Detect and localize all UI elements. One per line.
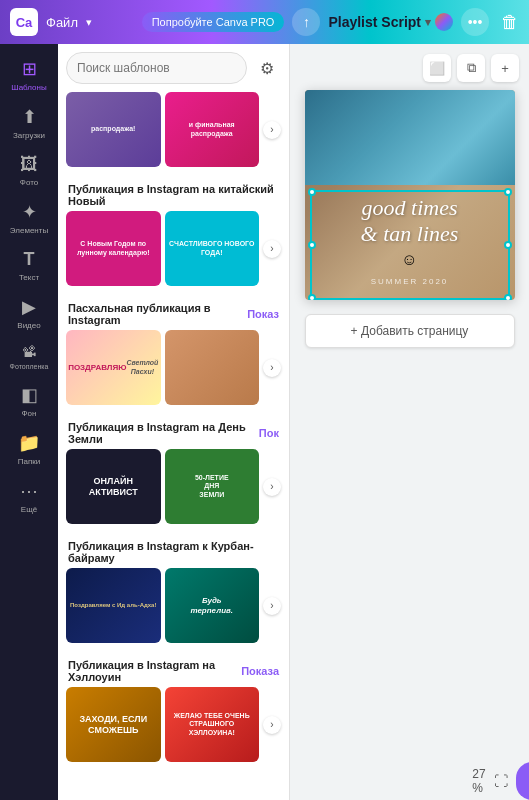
easter-show-link[interactable]: Показ (247, 308, 279, 320)
template-row-cny: С Новым Годом по лунному календарю! СЧАС… (58, 211, 289, 294)
canvas-text-overlay: good times& tan lines ☺ SUMMER 2020 (305, 185, 515, 297)
folders-icon: 📁 (18, 432, 40, 454)
sidebar-item-uploads[interactable]: ⬆ Загрузки (3, 100, 55, 146)
template-card[interactable]: и финальная распродажа (165, 92, 260, 167)
pro-upgrade-button[interactable]: Попробуйте Canva PRO (142, 12, 285, 32)
sidebar-item-photofilm[interactable]: 📽 Фотопленка (3, 338, 55, 376)
category-header-chinese-new-year: Публикация в Instagram на китайский Новы… (58, 175, 289, 211)
sidebar-item-video[interactable]: ▶ Видео (3, 290, 55, 336)
template-card[interactable]: распродажа! (66, 92, 161, 167)
background-icon: ◧ (21, 384, 38, 406)
row-next-arrow[interactable]: › (263, 359, 281, 377)
sidebar-item-photos[interactable]: 🖼 Фото (3, 148, 55, 193)
templates-panel: ⚙ распродажа! и финальная распродажа › П… (58, 44, 290, 800)
halloween-show-link[interactable]: Показа (241, 665, 279, 677)
photofilm-icon: 📽 (22, 344, 36, 360)
row-next-arrow[interactable]: › (263, 597, 281, 615)
template-row-easter: ПОЗДРАВЛЯЮСветлой Пасхи! › (58, 330, 289, 413)
canvas-main-text[interactable]: good times& tan lines (361, 195, 459, 248)
category-header-halloween: Публикация в Instagram на Хэллоуин Показ… (58, 651, 289, 687)
document-title: Playlist Script ▾ (328, 13, 453, 31)
templates-icon: ⊞ (22, 58, 37, 80)
row-next-arrow[interactable]: › (263, 240, 281, 258)
canvas-image: good times& tan lines ☺ SUMMER 2020 (305, 90, 515, 300)
title-dropdown-arrow[interactable]: ▾ (425, 16, 431, 29)
elements-icon: ✦ (22, 201, 37, 223)
row-next-arrow[interactable]: › (263, 478, 281, 496)
category-header-kurban: Публикация в Instagram к Курбан-байраму (58, 532, 289, 568)
canvas-emoji: ☺ (401, 251, 417, 269)
help-button[interactable]: Помощь ? (516, 762, 529, 800)
template-card-kurban1[interactable]: Поздравляем с Ид аль-Адха! (66, 568, 161, 643)
uploads-icon: ⬆ (22, 106, 37, 128)
expand-button[interactable]: ⛶ (494, 769, 508, 793)
sidebar: ⊞ Шаблоны ⬆ Загрузки 🖼 Фото ✦ Элементы T… (0, 44, 58, 800)
sidebar-item-templates[interactable]: ⊞ Шаблоны (3, 52, 55, 98)
ocean-image (305, 90, 515, 185)
canvas-area: ⬜ ⧉ + good times& tan lines ☺ SUMMER 202… (290, 44, 529, 800)
share-icon-button[interactable]: ↑ (292, 8, 320, 36)
template-row-earth: ОНЛАЙНАКТИВИСТ 50-ЛЕТИЕДНЯЗЕМЛИ › (58, 449, 289, 532)
search-bar: ⚙ (66, 52, 281, 84)
file-menu[interactable]: Файл (46, 15, 78, 30)
template-card-hw1[interactable]: ЗАХОДИ, ЕСЛИСМОЖЕШЬ (66, 687, 161, 762)
sidebar-item-background[interactable]: ◧ Фон (3, 378, 55, 424)
template-card-easter2[interactable] (165, 330, 260, 405)
template-card-cny1[interactable]: С Новым Годом по лунному календарю! (66, 211, 161, 286)
zoom-level: 27 % (472, 767, 485, 795)
sidebar-item-more[interactable]: ⋯ Ещё (3, 474, 55, 520)
top-bar: Ca Файл ▾ Попробуйте Canva PRO ↑ Playlis… (0, 0, 529, 44)
duplicate-tool-button[interactable]: ⧉ (457, 54, 485, 82)
more-icon: ⋯ (20, 480, 38, 502)
canvas-frame[interactable]: good times& tan lines ☺ SUMMER 2020 ↻ (305, 90, 515, 300)
add-tool-button[interactable]: + (491, 54, 519, 82)
template-card-easter1[interactable]: ПОЗДРАВЛЯЮСветлой Пасхи! (66, 330, 161, 405)
frame-tool-button[interactable]: ⬜ (423, 54, 451, 82)
filter-button[interactable]: ⚙ (253, 54, 281, 82)
row-next-arrow[interactable]: › (263, 121, 281, 139)
row-next-arrow[interactable]: › (263, 716, 281, 734)
template-row-top-partial: распродажа! и финальная распродажа › (58, 92, 289, 175)
text-icon: T (24, 249, 35, 270)
file-menu-arrow: ▾ (86, 16, 92, 29)
main-area: ⊞ Шаблоны ⬆ Загрузки 🖼 Фото ✦ Элементы T… (0, 44, 529, 800)
more-options-button[interactable]: ••• (461, 8, 489, 36)
add-page-button[interactable]: + Добавить страницу (305, 314, 515, 348)
delete-button[interactable]: 🗑 (501, 12, 519, 33)
video-icon: ▶ (22, 296, 36, 318)
sidebar-item-text[interactable]: T Текст (3, 243, 55, 288)
canvas-sub-text: SUMMER 2020 (371, 277, 449, 286)
search-input[interactable] (66, 52, 247, 84)
canvas-wrapper: good times& tan lines ☺ SUMMER 2020 ↻ (305, 90, 515, 300)
category-header-easter: Пасхальная публикация в Instagram Показ (58, 294, 289, 330)
sidebar-item-folders[interactable]: 📁 Папки (3, 426, 55, 472)
template-card-hw2[interactable]: ЖЕЛАЮ ТЕБЕ ОЧЕНЬ СТРАШНОГО ХЭЛЛОУИНА! (165, 687, 260, 762)
photos-icon: 🖼 (20, 154, 38, 175)
canva-logo[interactable]: Ca (10, 8, 38, 36)
template-card-earth1[interactable]: ОНЛАЙНАКТИВИСТ (66, 449, 161, 524)
template-row-kurban: Поздравляем с Ид аль-Адха! Будьтерпелив.… (58, 568, 289, 651)
earth-show-link[interactable]: Пок (259, 427, 279, 439)
category-header-earth-day: Публикация в Instagram на День Земли Пок (58, 413, 289, 449)
template-row-halloween: ЗАХОДИ, ЕСЛИСМОЖЕШЬ ЖЕЛАЮ ТЕБЕ ОЧЕНЬ СТР… (58, 687, 289, 770)
template-card-kurban2[interactable]: Будьтерпелив. (165, 568, 260, 643)
template-card-earth2[interactable]: 50-ЛЕТИЕДНЯЗЕМЛИ (165, 449, 260, 524)
color-palette-icon[interactable] (435, 13, 453, 31)
canvas-toolbar: ⬜ ⧉ + (423, 54, 519, 82)
panel-scroll: распродажа! и финальная распродажа › Пуб… (58, 92, 289, 800)
template-card-cny2[interactable]: СЧАСТЛИВОГО НОВОГО ГОДА! (165, 211, 260, 286)
sidebar-item-elements[interactable]: ✦ Элементы (3, 195, 55, 241)
